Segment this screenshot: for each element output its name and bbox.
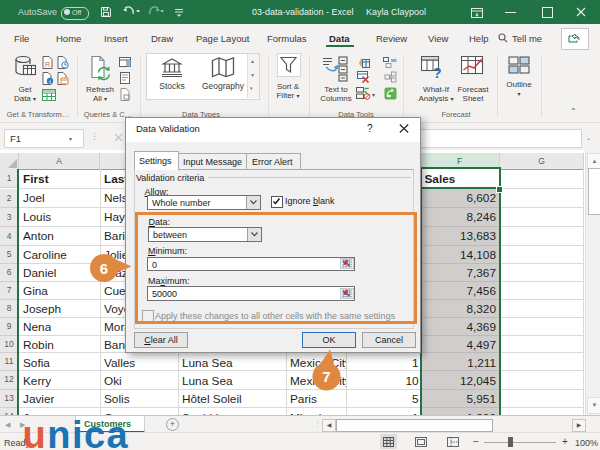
svg-text:6: 6 [100, 260, 108, 277]
svg-text:7: 7 [322, 368, 330, 385]
